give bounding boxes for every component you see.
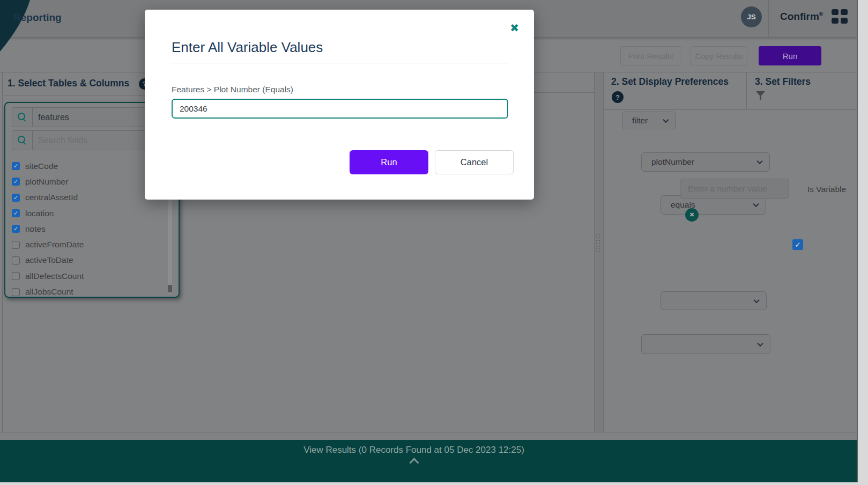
chevron-up-icon [409, 458, 419, 467]
field-checkbox[interactable] [12, 162, 20, 170]
select-tables-title: 1. Select Tables & Columns [8, 78, 129, 89]
tree-root-value: filter [632, 116, 648, 126]
panel23-header-divider [746, 72, 747, 109]
field-label: allDefectsCount [25, 271, 84, 281]
filter-value-input[interactable] [680, 179, 789, 199]
remove-filter-icon[interactable]: ✖ [685, 208, 699, 222]
view-results-label: View Results (0 Records Found at 05 Dec … [303, 445, 524, 455]
search-icon [12, 108, 33, 127]
header-divider [768, 0, 769, 38]
variable-value-input[interactable] [172, 99, 508, 119]
field-label: activeToDate [25, 255, 73, 265]
field-checkbox[interactable] [12, 288, 20, 296]
avatar[interactable]: JS [741, 6, 762, 27]
is-variable-checkbox[interactable] [792, 239, 803, 250]
right-panel-header-border [603, 109, 857, 110]
field-row: location [12, 205, 173, 221]
field-checkbox[interactable] [12, 194, 20, 202]
vertical-scrollbar[interactable] [858, 0, 868, 485]
help-icon[interactable]: ? [612, 91, 624, 103]
left-panel-border [2, 72, 3, 432]
brand-name: Confirm [780, 11, 819, 22]
field-checkbox[interactable] [12, 241, 20, 249]
chevron-down-icon [663, 116, 669, 122]
horizontal-scrollbar[interactable] [0, 482, 858, 485]
field-label: notes [25, 224, 46, 234]
field-list-scrollbar-thumb[interactable] [168, 285, 172, 292]
field-label: plotNumber [25, 177, 68, 187]
modal-title: Enter All Variable Values [172, 39, 323, 56]
filter-icon [756, 91, 765, 100]
field-row: allJobsCount [12, 284, 173, 298]
app-launcher-icon[interactable] [832, 9, 849, 24]
corner-logo-shape [0, 0, 30, 52]
field-row: allDefectsCount [12, 268, 173, 284]
close-icon[interactable]: ✖ [510, 23, 519, 33]
field-label: location [25, 209, 54, 218]
field-label: activeFromDate [25, 240, 84, 249]
empty-select-2[interactable] [641, 334, 770, 354]
registered-mark: ® [819, 11, 823, 17]
modal-run-button[interactable]: Run [350, 150, 428, 174]
is-variable-label: Is Variable [807, 185, 846, 194]
display-preferences-title: 2. Set Display Preferences [611, 76, 729, 87]
right-panel-left-border [603, 72, 604, 432]
chevron-down-icon [756, 158, 762, 164]
run-button[interactable]: Run [759, 46, 821, 65]
chevron-down-icon [757, 340, 763, 346]
field-checkbox[interactable] [12, 209, 20, 217]
field-checkbox[interactable] [12, 178, 20, 186]
field-row: notes [12, 221, 173, 237]
chevron-down-icon [753, 201, 759, 207]
page-title: Reporting [13, 12, 62, 24]
search-icon [12, 131, 33, 150]
reporting-app: Reporting JS Confirm® Print Results Copy… [0, 0, 868, 485]
print-results-button[interactable]: Print Results [620, 46, 681, 65]
copy-results-button[interactable]: Copy Results [691, 46, 747, 65]
panel-resize-handle[interactable] [596, 234, 600, 252]
field-label: centralAssetId [25, 193, 78, 202]
empty-select-1[interactable] [661, 291, 767, 310]
modal-cancel-button[interactable]: Cancel [435, 150, 514, 174]
column-value: plotNumber [651, 157, 694, 167]
column-select[interactable]: plotNumber [641, 152, 770, 172]
field-checkbox[interactable] [12, 272, 20, 280]
variable-field-label: Features > Plot Number (Equals) [172, 85, 293, 94]
chevron-down-icon [753, 297, 759, 303]
modal-divider [172, 63, 508, 63]
view-results-bar[interactable]: View Results (0 Records Found at 05 Dec … [0, 440, 858, 482]
field-label: allJobsCount [25, 287, 73, 297]
enter-variable-values-modal: ✖ Enter All Variable Values Features > P… [145, 10, 534, 200]
field-label: siteCode [25, 161, 58, 171]
tree-root-select[interactable]: filter [622, 112, 676, 129]
content-bottom-border [0, 432, 857, 432]
brand-logo: Confirm® [780, 11, 823, 23]
field-checkbox[interactable] [12, 225, 20, 233]
set-filters-title: 3. Set Filters [755, 76, 811, 87]
field-row: activeFromDate [12, 237, 173, 252]
field-checkbox[interactable] [12, 256, 20, 264]
field-row: activeToDate [12, 253, 173, 268]
